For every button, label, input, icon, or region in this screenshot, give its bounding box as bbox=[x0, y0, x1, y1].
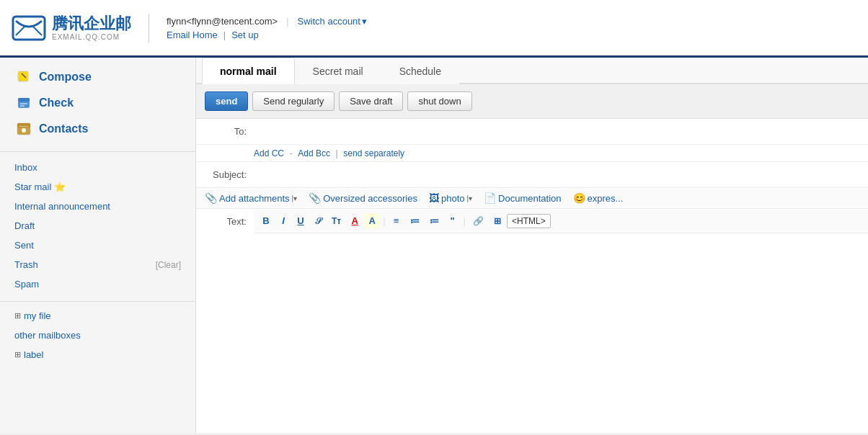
list-unordered-button[interactable]: ≔ bbox=[406, 213, 424, 228]
header-bottom-row: Email Home | Set up bbox=[167, 30, 367, 40]
sidebar-label[interactable]: ⊞ label bbox=[0, 345, 195, 364]
align-left-button[interactable]: ≡ bbox=[389, 213, 404, 228]
bold-button[interactable]: B bbox=[258, 213, 274, 228]
email-home-link[interactable]: Email Home bbox=[167, 30, 218, 40]
nav-item-star-mail[interactable]: Star mail ⭐ bbox=[0, 177, 195, 197]
to-input[interactable] bbox=[254, 120, 868, 143]
editor-body[interactable] bbox=[254, 233, 868, 377]
switch-account-button[interactable]: Switch account ▾ bbox=[298, 16, 367, 27]
sidebar-nav: Inbox Star mail ⭐ Internal announcement … bbox=[0, 155, 195, 297]
nav-item-spam[interactable]: Spam bbox=[0, 274, 195, 294]
table-button[interactable]: ⊞ bbox=[490, 214, 505, 228]
oversized-accessories-btn[interactable]: 📎 Oversized accessories bbox=[309, 192, 417, 204]
nav-item-draft[interactable]: Draft bbox=[0, 216, 195, 236]
nav-item-trash[interactable]: Trash [Clear] bbox=[0, 255, 195, 274]
editor-area: B I U 𝒮 Tт A A | ≡ ≔ ≔ " | 🔗 ⊞ bbox=[254, 209, 868, 377]
sidebar: Compose Check Contacts Inbox bbox=[0, 58, 196, 433]
logo-chinese: 腾讯企业邮 bbox=[52, 14, 131, 33]
tab-normal-mail[interactable]: normal mail bbox=[202, 58, 295, 84]
nav-item-internal-announcement[interactable]: Internal announcement bbox=[0, 197, 195, 216]
nav-item-inbox[interactable]: Inbox bbox=[0, 158, 195, 177]
trash-label: Trash bbox=[14, 259, 38, 270]
inbox-label: Inbox bbox=[14, 162, 37, 173]
check-label: Check bbox=[39, 97, 74, 109]
save-draft-button[interactable]: Save draft bbox=[339, 91, 403, 111]
blockquote-button[interactable]: " bbox=[445, 213, 461, 228]
svg-rect-0 bbox=[13, 17, 45, 40]
header-user-area: flynn<flynn@tencent.com> | Switch accoun… bbox=[167, 16, 367, 40]
strikethrough-button[interactable]: 𝒮 bbox=[310, 214, 326, 228]
add-bcc-link[interactable]: Add Bcc bbox=[298, 148, 330, 158]
tab-secret-mail[interactable]: Secret mail bbox=[295, 58, 381, 84]
tab-schedule[interactable]: Schedule bbox=[381, 58, 459, 84]
logo-domain: EXMAIL.QQ.COM bbox=[52, 33, 131, 41]
list-ordered-button[interactable]: ≔ bbox=[425, 213, 443, 228]
tab-secret-mail-label: Secret mail bbox=[313, 66, 363, 77]
setup-link[interactable]: Set up bbox=[231, 30, 259, 40]
html-button[interactable]: <HTML> bbox=[507, 214, 551, 228]
add-attachments-btn[interactable]: 📎 Add attachments |▾ bbox=[205, 192, 297, 204]
logo-text-area: 腾讯企业邮 EXMAIL.QQ.COM bbox=[52, 14, 131, 41]
sidebar-other-mailboxes[interactable]: other mailboxes bbox=[0, 326, 195, 345]
svg-point-9 bbox=[22, 128, 26, 133]
documentation-btn[interactable]: 📄 Documentation bbox=[484, 192, 561, 204]
internal-announcement-label: Internal announcement bbox=[14, 201, 110, 212]
header-top-row: flynn<flynn@tencent.com> | Switch accoun… bbox=[167, 16, 367, 27]
sidebar-divider bbox=[0, 151, 195, 152]
compose-icon bbox=[16, 69, 32, 85]
subject-input[interactable] bbox=[254, 163, 868, 186]
svg-rect-4 bbox=[18, 98, 30, 102]
main-layout: Compose Check Contacts Inbox bbox=[0, 58, 868, 433]
sidebar-item-contacts[interactable]: Contacts bbox=[12, 118, 184, 140]
contacts-icon bbox=[16, 121, 32, 137]
text-row: Text: B I U 𝒮 Tт A A | ≡ ≔ ≔ " bbox=[196, 209, 868, 377]
dropdown-arrow-icon: ▾ bbox=[362, 16, 367, 27]
photo-dropdown-icon: |▾ bbox=[467, 194, 473, 202]
doc-icon: 📄 bbox=[484, 192, 496, 204]
cc-bcc-row: Add CC - Add Bcc | send separately bbox=[196, 145, 868, 162]
other-mailboxes-label: other mailboxes bbox=[14, 330, 81, 341]
link-button[interactable]: 🔗 bbox=[469, 214, 488, 228]
to-label: To: bbox=[196, 119, 254, 144]
shut-down-button[interactable]: shut down bbox=[407, 91, 471, 111]
draft-label: Draft bbox=[14, 220, 35, 231]
add-cc-link[interactable]: Add CC bbox=[254, 148, 284, 158]
photo-btn[interactable]: 🖼 photo |▾ bbox=[429, 192, 472, 204]
attachment-dropdown-icon: |▾ bbox=[292, 194, 298, 202]
photo-icon: 🖼 bbox=[429, 192, 439, 204]
express-btn[interactable]: 😊 expres... bbox=[573, 192, 624, 204]
italic-button[interactable]: I bbox=[275, 213, 291, 228]
trash-clear-badge[interactable]: [Clear] bbox=[156, 260, 181, 270]
send-separately-link[interactable]: send separately bbox=[343, 148, 404, 158]
sent-label: Sent bbox=[14, 240, 34, 251]
underline-button[interactable]: U bbox=[293, 213, 309, 228]
nav-item-sent[interactable]: Sent bbox=[0, 236, 195, 255]
my-file-expand-icon: ⊞ bbox=[14, 311, 21, 320]
logo-icon bbox=[12, 11, 46, 45]
spam-label: Spam bbox=[14, 279, 39, 290]
subject-label: Subject: bbox=[196, 162, 254, 187]
content-area: normal mail Secret mail Schedule send Se… bbox=[196, 58, 868, 433]
compose-toolbar: send Send regularly Save draft shut down bbox=[196, 84, 868, 119]
contacts-label: Contacts bbox=[39, 122, 88, 135]
send-button[interactable]: send bbox=[205, 91, 248, 111]
compose-label: Compose bbox=[39, 71, 92, 84]
logo-area: 腾讯企业邮 EXMAIL.QQ.COM bbox=[12, 11, 131, 45]
compose-tabs: normal mail Secret mail Schedule bbox=[196, 58, 868, 84]
highlight-button[interactable]: A bbox=[364, 213, 380, 228]
subject-row: Subject: bbox=[196, 162, 868, 188]
font-color-button[interactable]: A bbox=[347, 213, 363, 228]
photo-label: photo bbox=[441, 193, 465, 204]
attachments-row: 📎 Add attachments |▾ 📎 Oversized accesso… bbox=[196, 188, 868, 209]
header-separator: | bbox=[286, 16, 288, 27]
sidebar-item-compose[interactable]: Compose bbox=[12, 66, 184, 88]
express-label: expres... bbox=[588, 193, 624, 204]
svg-rect-8 bbox=[17, 123, 30, 127]
add-attachments-label: Add attachments bbox=[219, 193, 290, 204]
sidebar-my-file[interactable]: ⊞ my file bbox=[0, 306, 195, 326]
check-icon bbox=[16, 95, 32, 111]
sidebar-item-check[interactable]: Check bbox=[12, 92, 184, 114]
font-size-button[interactable]: Tт bbox=[327, 214, 345, 228]
sidebar-actions: Compose Check Contacts bbox=[0, 58, 195, 148]
send-regularly-button[interactable]: Send regularly bbox=[252, 91, 335, 111]
